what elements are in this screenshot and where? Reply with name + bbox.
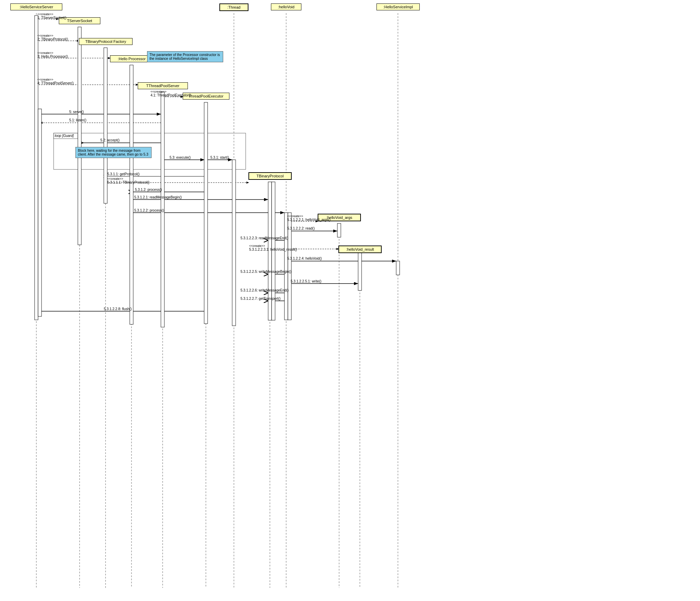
msg-531226: 5.3.1.2.2.6: writeMessageEnd() (240, 288, 289, 292)
msg-41-stereo: <<create>> 4.1: ThreadPoolExecutor() (151, 90, 191, 97)
lifeline-hellovoid: :helloVoid (271, 3, 301, 10)
lifeline-tbpf: TBinaryProtocol Factory (79, 38, 133, 45)
lifeline-hvr: :helloVoid_result (338, 246, 382, 253)
msg-51: 5.1: listen() (69, 118, 86, 122)
msg-4-stereo: <<create>> 4: TThreadPoolServer() (37, 78, 74, 85)
msg-531225: 5.3.1.2.2.5: writeMessageBegin() (240, 270, 291, 274)
svg-rect-43 (104, 48, 107, 203)
svg-rect-52 (337, 223, 341, 237)
lifeline-hss: :HelloServiceServer (10, 3, 62, 10)
msg-531: 5.3.1: start() (210, 156, 229, 159)
lifeline-hsi: :HelloServiceImpl (376, 3, 420, 10)
frame-loop-label: loop [Guard] (55, 134, 74, 138)
note-processor: The parameter of the Processor construct… (147, 51, 223, 62)
svg-rect-46 (204, 102, 208, 324)
msg-53111-stereo: <<create>> 5.3.1.1.1: TBinaryProtocol() (107, 177, 149, 184)
msg-1-stereo: <<create>> 1: TServerSocket() (37, 12, 66, 20)
msg-3-stereo: <<create>> 3: Hello.Processor() (37, 51, 68, 58)
note-block: Block here, waiting for the message from… (75, 147, 152, 158)
svg-rect-40 (35, 16, 38, 320)
lifeline-ttps: TThreadPoolServer (138, 82, 188, 89)
svg-rect-53 (358, 249, 362, 290)
msg-531222: 5.3.1.2.2.2: read() (287, 226, 315, 230)
lifeline-thread: :Thread (219, 3, 248, 11)
msg-5: 5: serve() (69, 110, 84, 114)
msg-5311: 5.3.1.1: getProtocol() (107, 172, 139, 176)
msg-53121: 5.3.1.2.1: readMessageBegin() (134, 195, 182, 199)
msg-531224: 5.3.1.2.2.4: helloVoid() (287, 257, 322, 260)
msg-531223: 5.3.1.2.2.3: readMessageEnd() (240, 236, 288, 240)
msg-531221-stereo: <<create>> 5.3.1.2.2.1: helloVoid_args() (287, 214, 330, 222)
msg-5312: 5.3.1.2: process() (135, 188, 162, 192)
svg-rect-42 (78, 27, 81, 245)
msg-5312231-stereo: <<create>> 5.3.1.2.2.3.1: helloVoid_resu… (249, 244, 297, 251)
svg-rect-47 (232, 160, 236, 326)
msg-5312251: 5.3.1.2.2.5.1: write() (291, 279, 321, 283)
msg-2-stereo: <<create>> 2: TBinaryProtocol() (37, 34, 68, 41)
lifeline-tbp: TBinaryProtocol (248, 172, 292, 180)
msg-52: 5.2: accept() (100, 138, 120, 142)
msg-531227: 5.3.1.2.2.7: getTransport() (240, 297, 281, 300)
msg-531228: 5.3.1.2.2.8: flush() (104, 307, 132, 311)
msg-53122: 5.3.1.2.2: process() (134, 209, 164, 212)
svg-rect-41 (38, 109, 42, 316)
msg-53: 5.3: execute() (170, 156, 191, 159)
sequence-diagram: :HelloServiceServer TServerSocket TBinar… (0, 0, 700, 601)
svg-rect-54 (396, 261, 400, 275)
svg-rect-44 (130, 65, 133, 324)
